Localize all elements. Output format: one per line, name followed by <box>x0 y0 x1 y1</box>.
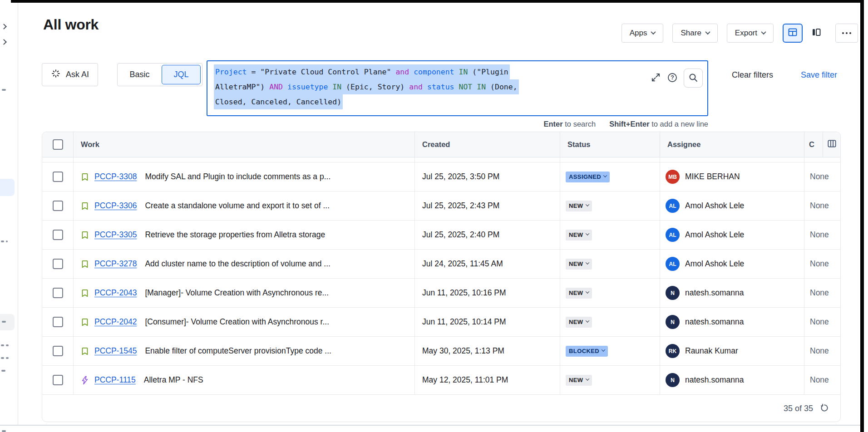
issue-key-link[interactable]: PCCP-3306 <box>94 201 137 211</box>
ask-ai-button[interactable]: Ask AI <box>42 63 98 86</box>
jql-token-plain <box>454 83 459 91</box>
jql-mode-button[interactable]: JQL <box>162 65 201 84</box>
row-checkbox-cell <box>42 308 73 336</box>
issue-summary: Enable filter of computeServer provision… <box>145 346 331 356</box>
row-checkbox[interactable] <box>53 230 63 240</box>
row-checkbox-cell <box>42 337 73 365</box>
chevron-right-icon[interactable] <box>1 24 7 29</box>
jql-editor[interactable]: Project = "Private Cloud Control Plane" … <box>207 60 708 116</box>
column-header-category[interactable]: C <box>804 132 823 157</box>
save-filter-button[interactable]: Save filter <box>795 65 843 85</box>
issue-key-link[interactable]: PCCP-1115 <box>94 375 136 385</box>
avatar: N <box>666 315 680 329</box>
assignee-cell: RKRaunak Kumar <box>660 337 804 365</box>
expand-editor-button[interactable] <box>651 72 661 84</box>
status-badge[interactable]: ASSIGNED <box>566 172 610 182</box>
jql-token-plain: (Done, <box>486 83 518 91</box>
jql-token-logic: AND <box>269 83 283 91</box>
issue-key-link[interactable]: PCCP-2042 <box>94 317 137 327</box>
issue-key-link[interactable]: PCCP-3278 <box>94 259 137 269</box>
issue-key-link[interactable]: PCCP-2043 <box>94 288 137 298</box>
column-header-assignee[interactable]: Assignee <box>660 132 804 157</box>
syntax-help-button[interactable]: ? <box>667 72 678 84</box>
export-button[interactable]: Export <box>727 24 774 43</box>
table-row: PCCP-1115Alletra MP - NFSMay 12, 2025, 1… <box>42 366 840 395</box>
status-badge[interactable]: NEW <box>566 288 592 299</box>
select-all-checkbox[interactable] <box>53 139 63 150</box>
apps-button[interactable]: Apps <box>621 24 664 43</box>
page-toolbar: Apps Share Export <box>621 24 858 43</box>
category-cell: None <box>804 337 840 365</box>
category-value: None <box>810 259 829 269</box>
chevron-down-icon <box>602 348 605 351</box>
assignee-name: natesh.somanna <box>685 288 744 298</box>
jql-token-field: Project <box>215 68 247 76</box>
chevron-down-icon <box>585 260 589 264</box>
column-header-status[interactable]: Status <box>560 132 660 157</box>
work-cell: PCCP-1545Enable filter of computeServer … <box>73 337 414 365</box>
issue-key-link[interactable]: PCCP-3305 <box>94 230 137 240</box>
view-switcher <box>783 24 826 43</box>
row-checkbox[interactable] <box>53 317 63 327</box>
status-badge[interactable]: BLOCKED <box>566 346 608 357</box>
basic-mode-button[interactable]: Basic <box>118 70 162 79</box>
assignee-name: Amol Ashok Lele <box>685 230 744 240</box>
column-header-created[interactable]: Created <box>414 132 560 157</box>
run-search-button[interactable] <box>684 69 703 88</box>
row-checkbox-cell <box>42 366 73 394</box>
table-header: Work Created Status Assignee C <box>42 132 840 157</box>
list-view-toggle[interactable] <box>783 24 803 43</box>
jql-editor-content[interactable]: Project = "Private Cloud Control Plane" … <box>214 64 635 109</box>
created-value: May 30, 2025, 1:13 PM <box>422 346 504 356</box>
columns-icon <box>827 138 837 151</box>
jql-token-plain <box>409 68 414 76</box>
row-checkbox[interactable] <box>53 288 63 298</box>
page-title: All work <box>43 16 99 33</box>
status-label: BLOCKED <box>569 348 599 354</box>
row-checkbox[interactable] <box>53 346 63 356</box>
status-cell: NEW <box>560 308 660 336</box>
created-cell: Jun 11, 2025, 10:16 PM <box>414 279 560 307</box>
assignee-cell: MBMIKE BERHAN <box>660 162 804 191</box>
category-cell: None <box>804 279 840 307</box>
chevron-down-icon <box>705 29 710 34</box>
issue-key-link[interactable]: PCCP-1545 <box>94 346 137 356</box>
clear-filters-button[interactable]: Clear filters <box>726 65 779 85</box>
category-value: None <box>810 230 829 240</box>
share-button[interactable]: Share <box>672 24 717 43</box>
sidebar-fragment <box>6 344 9 346</box>
status-badge[interactable]: NEW <box>566 230 592 241</box>
sidebar-fragment <box>2 321 6 323</box>
category-cell: None <box>804 191 840 220</box>
status-badge[interactable]: NEW <box>566 201 592 211</box>
work-cell: PCCP-3278Add cluster name to the descrip… <box>73 250 414 278</box>
refresh-icon <box>819 403 829 414</box>
issue-key-link[interactable]: PCCP-3308 <box>94 172 137 182</box>
status-badge[interactable]: NEW <box>566 317 592 328</box>
chevron-right-icon[interactable] <box>1 39 7 45</box>
status-badge[interactable]: NEW <box>566 259 592 270</box>
row-checkbox[interactable] <box>53 375 63 385</box>
issue-summary: Retrieve the storage properties from All… <box>145 230 325 240</box>
export-button-label: Export <box>735 29 757 38</box>
table-row: PCCP-3278Add cluster name to the descrip… <box>42 250 840 279</box>
row-checkbox[interactable] <box>53 201 63 211</box>
status-badge[interactable]: NEW <box>566 375 592 386</box>
column-header-work[interactable]: Work <box>73 132 414 157</box>
jql-token-plain: AlletraMP") <box>215 83 269 91</box>
column-settings-button[interactable] <box>823 132 840 157</box>
sidebar-selected-item[interactable] <box>0 179 15 196</box>
chevron-down-icon <box>603 173 607 177</box>
ask-ai-label: Ask AI <box>66 70 89 79</box>
more-actions-button[interactable] <box>835 24 858 43</box>
jql-line: AlletraMP") AND issuetype IN (Epic, Stor… <box>214 79 635 94</box>
detail-view-toggle[interactable] <box>806 24 826 43</box>
jql-token-plain: "Private Cloud Control Plane" <box>260 68 391 76</box>
hint-enter-key: Enter <box>544 120 563 128</box>
row-checkbox[interactable] <box>53 259 63 269</box>
table-row: PCCP-2043[Manager]- Volume Creation with… <box>42 279 840 308</box>
refresh-button[interactable] <box>819 403 829 414</box>
sidebar-fragment <box>6 241 8 242</box>
created-cell: Jul 24, 2025, 11:45 AM <box>414 250 560 278</box>
row-checkbox[interactable] <box>53 172 63 182</box>
